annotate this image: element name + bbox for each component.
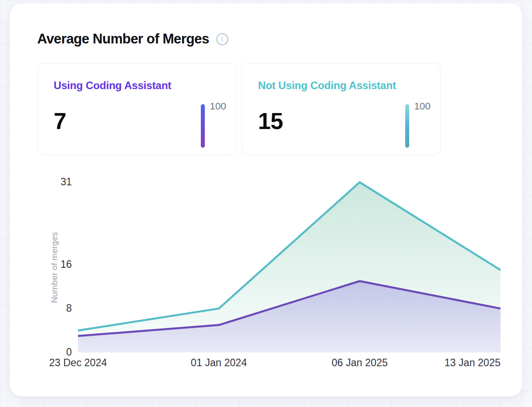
y-axis-title: Number of merges [50, 182, 59, 352]
y-tick-label: 31 [10, 176, 72, 188]
stat-value: 15 [258, 108, 283, 134]
stat-scale-visual: 100 [201, 101, 226, 148]
stat-label: Using Coding Assistant [54, 79, 171, 92]
x-tick-label: 01 Jan 2024 [191, 357, 247, 369]
gradient-bar-icon [201, 104, 205, 148]
chart-plot-area[interactable] [78, 182, 501, 352]
merges-panel: Average Number of Merges i Using Coding … [10, 4, 522, 396]
stat-cards-row: Using Coding Assistant 7 100 Not Using C… [37, 63, 441, 155]
info-circle-icon[interactable]: i [216, 33, 228, 45]
y-tick-label: 0 [10, 346, 72, 358]
stat-card-using-assistant: Using Coding Assistant 7 100 [37, 63, 236, 155]
y-axis-tick-labels: 081631 [10, 182, 72, 352]
x-tick-label: 06 Jan 2025 [332, 357, 388, 369]
x-tick-label: 23 Dec 2024 [49, 357, 107, 369]
y-tick-label: 8 [10, 302, 72, 314]
area-chart[interactable] [78, 182, 501, 352]
page-title: Average Number of Merges [37, 31, 209, 47]
stat-label: Not Using Coding Assistant [258, 79, 396, 92]
panel-header: Average Number of Merges i [37, 31, 228, 47]
gradient-bar-icon [405, 104, 409, 148]
stat-value: 7 [54, 108, 66, 134]
x-tick-label: 13 Jan 2025 [444, 357, 501, 369]
y-tick-label: 16 [10, 258, 72, 270]
x-axis-tick-labels: 23 Dec 202401 Jan 202406 Jan 202513 Jan … [78, 357, 501, 371]
stat-scale-label: 100 [210, 101, 226, 112]
stat-scale-visual: 100 [405, 101, 430, 148]
stat-scale-label: 100 [414, 101, 430, 112]
stat-card-not-using-assistant: Not Using Coding Assistant 15 100 [242, 63, 441, 155]
y-axis-title-text: Number of merges [50, 232, 59, 303]
